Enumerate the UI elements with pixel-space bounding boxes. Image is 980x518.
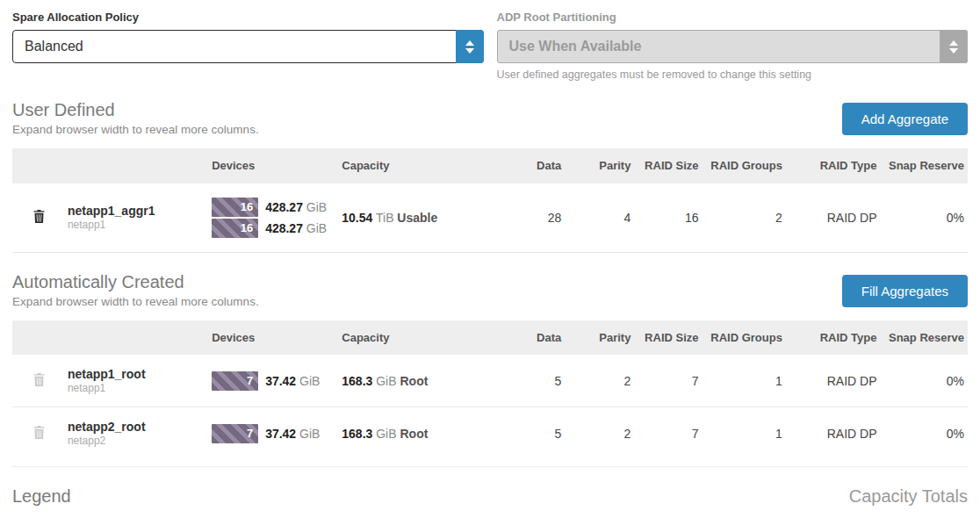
capacity-value: 168.3	[342, 427, 372, 441]
snap-reserve: 0%	[880, 407, 968, 460]
delete-aggregate-icon-disabled	[33, 373, 45, 386]
raid-type: RAID DP	[786, 407, 881, 460]
adp-help-text: User defined aggregates must be removed …	[497, 68, 969, 81]
adp-root-partitioning-value: Use When Available	[509, 39, 642, 54]
auto-created-subtitle: Expand browser width to reveal more colu…	[12, 295, 259, 308]
device-group: 16 428.27 GiB	[212, 219, 328, 238]
device-count-badge: 16	[212, 198, 258, 217]
header-devices: Devices	[199, 320, 329, 356]
header-snap-reserve: Snap Reserve	[880, 320, 968, 356]
capacity-kind: Root	[400, 374, 428, 388]
raid-groups: 1	[703, 407, 786, 460]
auto-created-table: Devices Capacity Data Parity RAID Size R…	[12, 320, 968, 460]
header-parity: Parity	[565, 148, 634, 183]
aggregate-node: netapp1	[68, 219, 198, 231]
capacity-unit: GiB	[376, 427, 396, 441]
header-capacity: Capacity	[329, 320, 488, 356]
header-raid-groups: RAID Groups	[703, 148, 786, 183]
capacity-unit: GiB	[376, 374, 396, 388]
aggregate-node: netapp2	[68, 435, 198, 447]
device-group: 7 37.42 GiB	[212, 371, 328, 391]
capacity-kind: Root	[400, 427, 428, 441]
raid-size: 16	[634, 183, 702, 253]
capacity-kind: Usable	[397, 211, 437, 225]
arrow-down-icon	[949, 48, 958, 54]
spare-allocation-policy-label: Spare Allocation Policy	[12, 11, 484, 24]
raid-size: 7	[634, 355, 702, 407]
header-snap-reserve: Snap Reserve	[880, 148, 968, 183]
header-devices: Devices	[199, 148, 329, 183]
header-capacity: Capacity	[329, 148, 488, 183]
select-arrows-icon[interactable]	[456, 30, 484, 63]
capacity-value: 168.3	[342, 374, 372, 388]
arrow-down-icon	[465, 48, 474, 54]
adp-root-partitioning-select: Use When Available	[497, 30, 969, 63]
parity-count: 2	[565, 407, 634, 460]
data-count: 5	[488, 355, 565, 407]
delete-aggregate-icon[interactable]	[33, 210, 45, 223]
device-count-badge: 7	[212, 371, 258, 391]
aggregates-page: Spare Allocation Policy Balanced ADP Roo…	[0, 0, 980, 507]
aggregate-node: netapp1	[68, 382, 198, 394]
header-raid-type: RAID Type	[786, 148, 881, 183]
spare-allocation-policy-value: Balanced	[25, 39, 83, 54]
raid-size: 7	[634, 407, 702, 460]
user-defined-subtitle: Expand browser width to reveal more colu…	[12, 123, 259, 136]
header-raid-size: RAID Size	[634, 320, 702, 356]
header-raid-size: RAID Size	[634, 148, 702, 183]
data-count: 5	[488, 407, 565, 460]
raid-groups: 2	[703, 183, 786, 253]
header-data: Data	[488, 320, 565, 356]
header-raid-groups: RAID Groups	[703, 320, 786, 356]
capacity-unit: TiB	[376, 211, 393, 225]
device-group: 16 428.27 GiB	[212, 198, 328, 217]
header-raid-type: RAID Type	[786, 320, 881, 356]
header-data: Data	[488, 148, 565, 183]
delete-aggregate-icon-disabled	[33, 426, 45, 439]
data-count: 28	[488, 183, 565, 253]
raid-groups: 1	[703, 355, 786, 407]
footer-row: Legend Capacity Totals	[12, 466, 968, 507]
header-trash	[12, 320, 66, 356]
arrow-up-icon	[465, 40, 474, 46]
user-defined-section-header: User Defined Expand browser width to rev…	[12, 100, 968, 136]
device-size-value: 37.42	[265, 374, 296, 388]
auto-created-section-header: Automatically Created Expand browser wid…	[12, 272, 968, 308]
select-arrows-icon	[940, 30, 968, 63]
device-size-value: 428.27	[265, 200, 303, 214]
device-size-value: 428.27	[265, 221, 303, 235]
spare-allocation-policy-select[interactable]: Balanced	[12, 30, 484, 63]
aggregate-name: netapp1_root	[68, 367, 198, 381]
header-name	[66, 148, 199, 183]
device-size-unit: GiB	[306, 221, 327, 235]
device-count-badge: 16	[212, 219, 258, 238]
header-name	[66, 320, 199, 356]
spare-allocation-policy-group: Spare Allocation Policy Balanced	[12, 9, 484, 81]
table-row: netapp1_aggr1 netapp1 16 428.27 GiB 16	[12, 183, 968, 253]
table-header-row: Devices Capacity Data Parity RAID Size R…	[12, 148, 968, 183]
adp-root-partitioning-group: ADP Root Partitioning Use When Available…	[497, 9, 969, 81]
header-trash	[12, 148, 66, 183]
table-row: netapp2_root netapp2 7 37.42 GiB 168.3 G…	[12, 407, 968, 460]
header-parity: Parity	[565, 320, 634, 356]
capacity-totals-title: Capacity Totals	[849, 486, 968, 507]
user-defined-table: Devices Capacity Data Parity RAID Size R…	[12, 148, 968, 253]
aggregate-name: netapp2_root	[68, 420, 198, 434]
device-size-value: 37.42	[265, 427, 296, 441]
parity-count: 4	[565, 183, 634, 253]
add-aggregate-button[interactable]: Add Aggregate	[842, 103, 968, 135]
device-size-unit: GiB	[299, 374, 320, 388]
legend-title: Legend	[12, 486, 71, 507]
arrow-up-icon	[949, 40, 958, 46]
device-group: 7 37.42 GiB	[212, 424, 328, 443]
snap-reserve: 0%	[880, 183, 968, 253]
filters-row: Spare Allocation Policy Balanced ADP Roo…	[12, 9, 968, 81]
raid-type: RAID DP	[786, 355, 881, 407]
parity-count: 2	[565, 355, 634, 407]
snap-reserve: 0%	[880, 355, 968, 407]
table-header-row: Devices Capacity Data Parity RAID Size R…	[12, 320, 968, 356]
adp-root-partitioning-label: ADP Root Partitioning	[497, 11, 969, 24]
capacity-value: 10.54	[342, 211, 372, 225]
device-size-unit: GiB	[306, 200, 327, 214]
fill-aggregates-button[interactable]: Fill Aggregates	[842, 275, 968, 307]
